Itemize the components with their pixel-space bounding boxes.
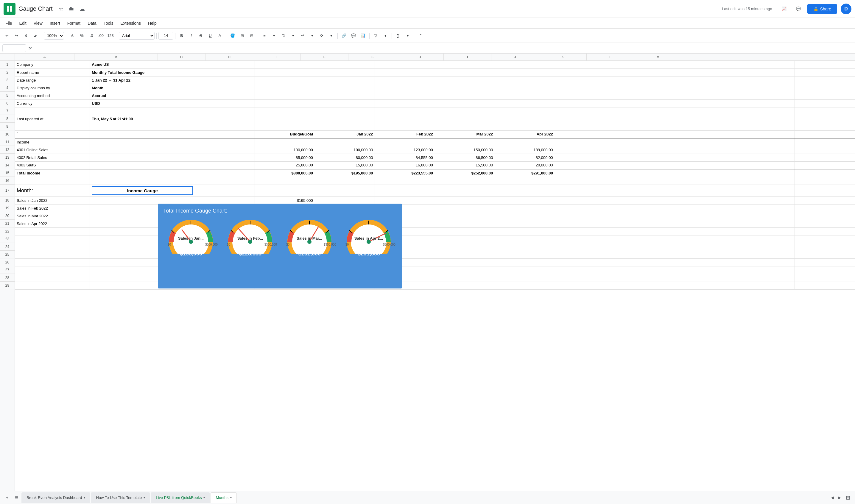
cell-a5[interactable]: Accounting method — [15, 92, 90, 100]
cell-a1[interactable]: Company — [15, 61, 90, 69]
cell-k16[interactable] — [675, 177, 735, 184]
menu-file[interactable]: File — [2, 20, 15, 27]
cell-c14[interactable] — [195, 161, 255, 169]
cell-a14[interactable]: 4003 SaaS — [15, 161, 90, 169]
cell-d2[interactable] — [255, 69, 315, 76]
cell-d9[interactable] — [255, 123, 315, 130]
cell-a8[interactable]: Last updated at — [15, 115, 90, 123]
cell-k5[interactable] — [675, 92, 735, 100]
cell-a12[interactable]: 4001 Online Sales — [15, 146, 90, 154]
cell-g8[interactable] — [435, 115, 495, 123]
cell-j9[interactable] — [615, 123, 675, 130]
cell-k27[interactable] — [675, 266, 735, 274]
cell-l10[interactable] — [735, 130, 795, 138]
italic-button[interactable]: I — [187, 31, 196, 40]
cell-g17[interactable] — [435, 184, 495, 197]
cell-l4[interactable] — [735, 84, 795, 92]
cell-e16[interactable] — [315, 177, 375, 184]
cell-j26[interactable] — [615, 258, 675, 266]
cell-m16[interactable] — [795, 177, 855, 184]
cell-i26[interactable] — [555, 258, 615, 266]
menu-tools[interactable]: Tools — [101, 20, 117, 27]
cell-h5[interactable] — [495, 92, 555, 100]
cell-m26[interactable] — [795, 258, 855, 266]
cell-d10[interactable]: Budget/Goal — [255, 130, 315, 138]
cell-g15[interactable]: $252,000.00 — [435, 169, 495, 177]
cell-m9[interactable] — [795, 123, 855, 130]
cell-j23[interactable] — [615, 235, 675, 243]
cell-h11[interactable] — [495, 138, 555, 146]
cell-l27[interactable] — [735, 266, 795, 274]
cell-g3[interactable] — [435, 76, 495, 84]
col-header-g[interactable]: G — [349, 54, 396, 61]
bold-button[interactable]: B — [177, 31, 186, 40]
cell-a3[interactable]: Date range — [15, 76, 90, 84]
cell-l19[interactable] — [735, 204, 795, 212]
cell-h20[interactable] — [495, 212, 555, 220]
cell-h27[interactable] — [495, 266, 555, 274]
cell-j17[interactable] — [615, 184, 675, 197]
cell-k17[interactable] — [675, 184, 735, 197]
cell-c3[interactable] — [195, 76, 255, 84]
cell-k12[interactable] — [675, 146, 735, 154]
underline-button[interactable]: U — [206, 31, 215, 40]
cell-g20[interactable] — [435, 212, 495, 220]
cell-j11[interactable] — [615, 138, 675, 146]
cell-m2[interactable] — [795, 69, 855, 76]
cell-b8[interactable]: Thu, May 5 at 21:41:00 — [90, 115, 195, 123]
cell-k9[interactable] — [675, 123, 735, 130]
cell-e10[interactable]: Jan 2022 — [315, 130, 375, 138]
cell-g5[interactable] — [435, 92, 495, 100]
cell-b11[interactable] — [90, 138, 195, 146]
cell-j2[interactable] — [615, 69, 675, 76]
cell-g13[interactable]: 86,500.00 — [435, 154, 495, 161]
currency-button[interactable]: £ — [68, 31, 77, 40]
cell-i1[interactable] — [555, 61, 615, 69]
cell-h8[interactable] — [495, 115, 555, 123]
cell-j13[interactable] — [615, 154, 675, 161]
cell-f3[interactable] — [375, 76, 435, 84]
cell-k3[interactable] — [675, 76, 735, 84]
function-dropdown[interactable]: ▾ — [403, 31, 412, 40]
cell-f10[interactable]: Feb 2022 — [375, 130, 435, 138]
zoom-select[interactable]: 100% — [44, 32, 64, 40]
cell-g7[interactable] — [435, 107, 495, 115]
cell-e14[interactable]: 15,000.00 — [315, 161, 375, 169]
wrap-button[interactable]: ↵ — [298, 31, 307, 40]
col-header-f[interactable]: F — [301, 54, 349, 61]
cell-reference-input[interactable]: B17 — [2, 44, 26, 52]
cell-d18[interactable]: $195,000 — [255, 197, 315, 204]
cell-i24[interactable] — [555, 243, 615, 251]
menu-data[interactable]: Data — [85, 20, 100, 27]
cell-l18[interactable] — [735, 197, 795, 204]
cell-m1[interactable] — [795, 61, 855, 69]
cell-b1[interactable]: Acme US — [90, 61, 195, 69]
cell-l17[interactable] — [735, 184, 795, 197]
cell-g2[interactable] — [435, 69, 495, 76]
cell-d6[interactable] — [255, 100, 315, 107]
activity-icon[interactable]: 📈 — [779, 4, 789, 14]
cell-f5[interactable] — [375, 92, 435, 100]
cell-l20[interactable] — [735, 212, 795, 220]
cell-j16[interactable] — [615, 177, 675, 184]
cell-j4[interactable] — [615, 84, 675, 92]
cell-k24[interactable] — [675, 243, 735, 251]
cell-i14[interactable] — [555, 161, 615, 169]
cell-k7[interactable] — [675, 107, 735, 115]
cell-b2[interactable]: Monthly Total Income Gauge — [90, 69, 195, 76]
cell-i15[interactable] — [555, 169, 615, 177]
menu-format[interactable]: Format — [64, 20, 83, 27]
cell-b9[interactable] — [90, 123, 195, 130]
cell-b3[interactable]: 1 Jan 22 → 31 Apr 22 — [90, 76, 195, 84]
star-icon[interactable]: ☆ — [57, 4, 65, 13]
cell-a15[interactable]: Total Income — [15, 169, 90, 177]
rotate-dropdown[interactable]: ▾ — [327, 31, 336, 40]
cell-g11[interactable] — [435, 138, 495, 146]
cell-l15[interactable] — [735, 169, 795, 177]
cell-j1[interactable] — [615, 61, 675, 69]
cell-f7[interactable] — [375, 107, 435, 115]
cell-l22[interactable] — [735, 228, 795, 235]
cell-f6[interactable] — [375, 100, 435, 107]
cell-g28[interactable] — [435, 274, 495, 282]
cell-e11[interactable] — [315, 138, 375, 146]
